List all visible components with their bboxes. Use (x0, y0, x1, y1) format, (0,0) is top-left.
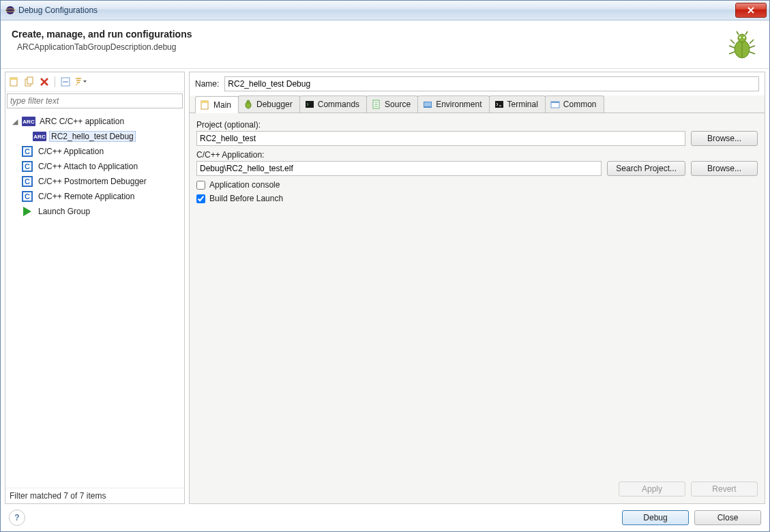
c-app-icon: C (20, 146, 34, 157)
tree-item-rc2-hello[interactable]: ARC RC2_hello_test Debug (7, 129, 183, 144)
apply-revert-row: Apply Revert (196, 476, 758, 497)
svg-point-15 (247, 100, 250, 103)
tab-label: Terminal (507, 100, 538, 109)
svg-point-4 (738, 34, 746, 42)
tab-common[interactable]: Common (545, 95, 604, 113)
configurations-tree[interactable]: ◢ ARC ARC C/C++ application ARC RC2_hell… (5, 111, 184, 488)
tab-source[interactable]: Source (366, 95, 418, 113)
eclipse-icon (5, 5, 16, 16)
close-button[interactable]: Close (694, 510, 761, 525)
tree-label: Launch Group (37, 207, 91, 216)
project-input[interactable] (196, 131, 685, 146)
application-field: C/C++ Application: Search Project... Bro… (196, 150, 758, 176)
tab-terminal[interactable]: Terminal (489, 95, 546, 113)
close-icon (747, 7, 754, 14)
tree-label: C/C++ Attach to Application (37, 162, 139, 171)
svg-rect-8 (10, 78, 17, 80)
svg-rect-10 (27, 77, 33, 84)
svg-rect-19 (424, 102, 431, 106)
apply-button[interactable]: Apply (619, 482, 685, 497)
application-console-label: Application console (209, 180, 280, 190)
tree-item-c-app[interactable]: C C/C++ Application (7, 144, 183, 159)
build-before-launch-checkbox[interactable] (196, 194, 205, 203)
dialog-window: Debug Configurations Create, manage, and… (0, 0, 770, 532)
tree-filter-input[interactable] (7, 93, 183, 108)
tree-item-c-postmortem[interactable]: C C/C++ Postmortem Debugger (7, 174, 183, 189)
delete-config-button[interactable] (38, 76, 50, 88)
revert-button[interactable]: Revert (691, 482, 758, 497)
application-input[interactable] (196, 161, 602, 176)
source-tab-icon (371, 99, 382, 110)
tree-expand-arrow[interactable]: ◢ (11, 117, 19, 126)
c-app-icon: C (20, 176, 34, 187)
terminal-tab-icon (494, 99, 505, 110)
tree-label: RC2_hello_test Debug (49, 131, 136, 142)
filter-menu-button[interactable] (74, 76, 87, 88)
debug-bug-icon (726, 29, 758, 61)
tab-commands[interactable]: Commands (299, 95, 367, 113)
tab-main-body: Project (optional): Browse... C/C++ Appl… (190, 113, 765, 503)
tree-label: C/C++ Remote Application (37, 192, 136, 201)
environment-tab-icon (422, 99, 433, 110)
svg-point-5 (739, 37, 741, 39)
tree-label: C/C++ Application (37, 147, 105, 156)
debug-button[interactable]: Debug (622, 510, 689, 525)
tree-toolbar (5, 72, 184, 92)
build-before-launch-checkbox-row: Build Before Launch (196, 194, 758, 203)
tab-label: Source (385, 100, 411, 109)
name-row: Name: (190, 72, 765, 95)
tab-main[interactable]: Main (195, 96, 239, 113)
tree-label: ARC C/C++ application (38, 117, 125, 126)
window-close-button[interactable] (735, 3, 767, 18)
tree-item-arc-app[interactable]: ◢ ARC ARC C/C++ application (7, 114, 183, 129)
tab-debugger[interactable]: Debugger (238, 95, 300, 113)
filter-status: Filter matched 7 of 7 items (5, 488, 184, 503)
help-button[interactable]: ? (9, 509, 25, 526)
application-label: C/C++ Application: (196, 150, 758, 160)
configurations-tree-panel: ◢ ARC ARC C/C++ application ARC RC2_hell… (5, 72, 185, 504)
launch-group-icon (20, 206, 34, 217)
svg-point-6 (743, 37, 745, 39)
tab-label: Environment (436, 100, 482, 109)
commands-tab-icon (304, 99, 315, 110)
debugger-tab-icon (243, 99, 254, 110)
search-project-button[interactable]: Search Project... (607, 161, 685, 176)
main-tab-icon (200, 100, 211, 110)
tree-label: C/C++ Postmortem Debugger (37, 177, 148, 186)
duplicate-config-button[interactable] (23, 76, 35, 88)
collapse-all-button[interactable] (59, 76, 72, 88)
tree-item-c-attach[interactable]: C C/C++ Attach to Application (7, 159, 183, 174)
config-tabs: Main Debugger Commands (190, 95, 765, 113)
duplicate-icon (24, 76, 35, 87)
titlebar: Debug Configurations (1, 1, 769, 20)
svg-point-0 (6, 6, 14, 14)
dialog-footer: ? Debug Close (1, 504, 769, 531)
collapse-icon (61, 77, 70, 87)
tab-label: Common (563, 100, 597, 109)
toolbar-separator (55, 76, 55, 87)
project-browse-button[interactable]: Browse... (691, 131, 758, 146)
svg-rect-22 (551, 102, 559, 103)
tree-item-c-remote[interactable]: C C/C++ Remote Application (7, 189, 183, 204)
tree-item-launch-group[interactable]: Launch Group (7, 204, 183, 219)
arc-icon: ARC (33, 131, 46, 142)
application-console-checkbox[interactable] (196, 181, 205, 190)
svg-rect-20 (495, 101, 503, 108)
config-name-input[interactable] (224, 76, 759, 91)
project-label: Project (optional): (196, 120, 758, 130)
new-config-button[interactable] (8, 76, 20, 88)
arc-icon: ARC (22, 116, 35, 127)
application-console-checkbox-row: Application console (196, 180, 758, 190)
configuration-detail-panel: Name: Main Debugger (189, 72, 765, 504)
tab-environment[interactable]: Environment (417, 95, 489, 113)
svg-rect-16 (306, 101, 314, 108)
project-field: Project (optional): Browse... (196, 120, 758, 146)
help-icon: ? (14, 513, 19, 522)
c-app-icon: C (20, 191, 34, 202)
tab-label: Debugger (256, 100, 293, 109)
svg-rect-13 (201, 101, 208, 103)
tab-label: Commands (318, 100, 359, 109)
header-subtitle: ARCApplicationTabGroupDescription.debug (17, 42, 726, 52)
application-browse-button[interactable]: Browse... (691, 161, 758, 176)
delete-icon (40, 77, 49, 87)
